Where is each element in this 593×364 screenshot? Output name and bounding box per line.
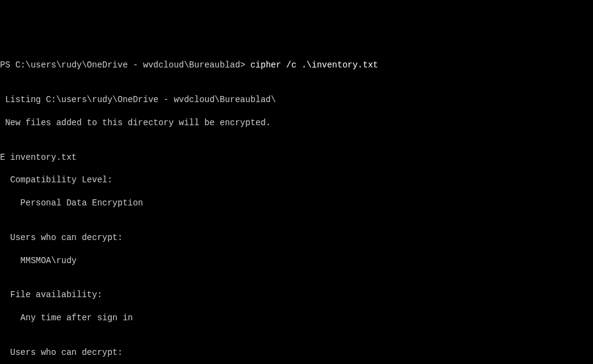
listing-line: Listing C:\users\rudy\OneDrive - wvdclou… bbox=[0, 94, 593, 106]
terminal-output[interactable]: PS C:\users\rudy\OneDrive - wvdcloud\Bur… bbox=[0, 49, 593, 364]
prompt-path: C:\users\rudy\OneDrive - wvdcloud\Bureau… bbox=[15, 60, 245, 70]
users-decrypt-label: Users who can decrypt: bbox=[0, 232, 593, 244]
compat-label: Compatibility Level: bbox=[0, 174, 593, 186]
prompt-line: PS C:\users\rudy\OneDrive - wvdcloud\Bur… bbox=[0, 60, 593, 71]
encrypted-file-line: E inventory.txt bbox=[0, 152, 593, 163]
file-avail-label: File availability: bbox=[0, 289, 593, 301]
newfiles-line: New files added to this directory will b… bbox=[0, 117, 593, 129]
users-decrypt-value: MMSMOA\rudy bbox=[0, 255, 593, 267]
prompt-prefix: PS bbox=[0, 60, 15, 70]
file-avail-value: Any time after sign in bbox=[0, 312, 593, 324]
command-text: cipher /c .\inventory.txt bbox=[245, 60, 378, 70]
compat-value: Personal Data Encryption bbox=[0, 197, 593, 209]
users-decrypt-label: Users who can decrypt: bbox=[0, 347, 593, 359]
